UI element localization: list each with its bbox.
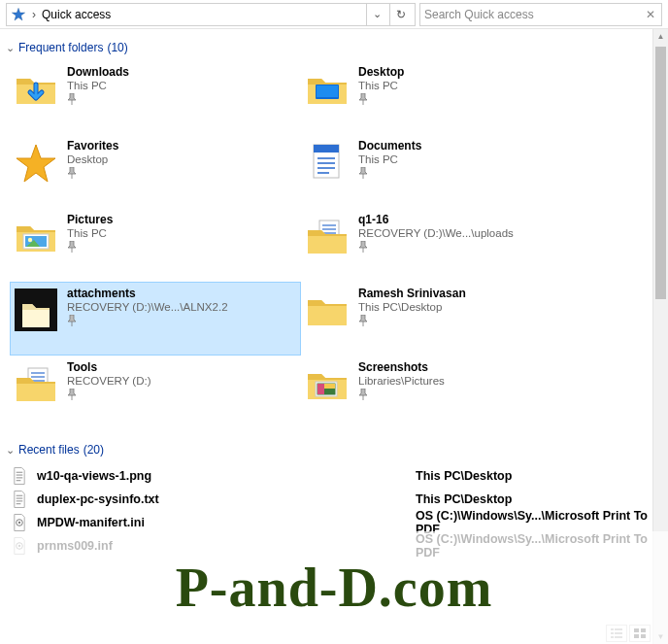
folder-text-group: Tools RECOVERY (D:) (67, 360, 150, 403)
folder-item-pictures[interactable]: Pictures This PC (10, 208, 301, 282)
folder-text-group: Documents This PC (358, 139, 421, 182)
group-title: Recent files (18, 443, 80, 457)
folder-path: RECOVERY (D:)\We...\ALNX2.2 (67, 301, 228, 313)
favorites-icon (13, 139, 59, 186)
folder-item-ramesh-srinivasan[interactable]: Ramesh Srinivasan This PC\Desktop (301, 282, 641, 356)
folder-name: Favorites (67, 139, 118, 153)
folder-text-group: Pictures This PC (67, 213, 113, 255)
content-pane: ⌄ Frequent folders (10) Downloads This P… (0, 29, 652, 644)
recent-file-row[interactable]: prnms009.inf OS (C:)\Windows\Sy...\Micro… (10, 534, 647, 558)
file-icon (10, 536, 29, 556)
pin-icon (358, 166, 421, 182)
pin-icon (67, 314, 228, 329)
svg-rect-10 (641, 634, 646, 638)
folder-text-group: Ramesh Srinivasan This PC\Desktop (358, 287, 466, 329)
file-icon (10, 490, 29, 509)
group-count: (20) (84, 443, 104, 457)
folder-docs-icon (13, 360, 59, 407)
view-mode-toggles (606, 625, 651, 642)
breadcrumb-separator-icon: › (30, 8, 38, 21)
folder-name: Desktop (358, 65, 404, 79)
file-name: w10-qa-views-1.png (37, 469, 151, 483)
folder-item-screenshots[interactable]: Screenshots Libraries\Pictures (301, 356, 641, 429)
file-location: OS (C:)\Windows\Sy...\Microsoft Print To… (416, 532, 648, 559)
refresh-icon: ↻ (396, 8, 406, 21)
folder-path: Desktop (67, 153, 118, 165)
folder-name: Pictures (67, 213, 113, 226)
recent-file-row[interactable]: MPDW-manifert.ini OS (C:)\Windows\Sy...\… (10, 511, 647, 534)
folder-name: q1-16 (358, 213, 514, 226)
folder-name: Documents (358, 139, 421, 153)
file-icon (10, 466, 29, 486)
folder-text-group: q1-16 RECOVERY (D:)\We...\uploads (358, 213, 514, 255)
file-name: MPDW-manifert.ini (37, 516, 145, 529)
search-placeholder: Search Quick access (424, 8, 640, 21)
breadcrumb-dropdown-button[interactable]: ⌄ (366, 4, 387, 25)
file-name: duplex-pc-sysinfo.txt (37, 492, 159, 506)
recent-file-row[interactable]: w10-qa-views-1.png This PC\Desktop (10, 464, 647, 488)
search-clear-icon[interactable]: ✕ (644, 8, 657, 21)
downloads-icon (13, 65, 59, 112)
folder-path: This PC (67, 227, 113, 239)
folder-name: Downloads (67, 65, 129, 79)
file-icon (10, 513, 29, 532)
group-header-frequent[interactable]: ⌄ Frequent folders (10) (6, 33, 647, 60)
svg-rect-7 (634, 628, 639, 632)
breadcrumb-text[interactable]: Quick access (42, 8, 111, 21)
folder-path: This PC\Desktop (358, 301, 466, 313)
folder-docs-icon (304, 213, 351, 259)
folder-text-group: Favorites Desktop (67, 139, 118, 182)
vertical-scrollbar[interactable] (652, 29, 668, 644)
documents-icon (304, 139, 351, 186)
pin-icon (358, 388, 445, 403)
quick-access-star-icon (11, 7, 26, 22)
group-count: (10) (107, 41, 127, 54)
folder-text-group: Screenshots Libraries\Pictures (358, 360, 445, 403)
pin-icon (67, 240, 113, 255)
svg-rect-9 (634, 634, 639, 638)
file-name: prnms009.inf (37, 539, 113, 553)
screenshots-icon (304, 360, 351, 407)
file-location: This PC\Desktop (416, 492, 512, 506)
recent-file-row[interactable]: duplex-pc-sysinfo.txt This PC\Desktop (10, 488, 647, 511)
pin-icon (67, 166, 118, 182)
scrollbar-thumb[interactable] (655, 47, 666, 299)
chevron-down-icon: ⌄ (6, 42, 15, 54)
folder-path: This PC (358, 80, 404, 91)
view-thumbnails-button[interactable] (629, 625, 651, 642)
folder-item-desktop[interactable]: Desktop This PC (301, 60, 641, 134)
attachments-icon (13, 287, 59, 333)
folder-path: RECOVERY (D:)\We...\uploads (358, 227, 514, 239)
pin-icon (358, 314, 466, 329)
address-bar[interactable]: › Quick access ⌄ ↻ (6, 3, 416, 26)
chevron-down-icon: ⌄ (373, 8, 382, 20)
group-header-recent[interactable]: ⌄ Recent files (20) (6, 429, 647, 462)
search-input[interactable]: Search Quick access ✕ (419, 3, 662, 26)
folder-path: Libraries\Pictures (358, 375, 445, 387)
view-details-button[interactable] (606, 625, 627, 642)
folder-name: attachments (67, 287, 228, 300)
pin-icon (67, 388, 150, 403)
folder-name: Screenshots (358, 360, 445, 374)
pin-icon (358, 92, 404, 108)
folder-name: Tools (67, 360, 150, 374)
folder-text-group: Downloads This PC (67, 65, 129, 108)
pin-icon (67, 92, 129, 108)
folder-name: Ramesh Srinivasan (358, 287, 466, 300)
pin-icon (358, 240, 514, 255)
folder-item-q1-16[interactable]: q1-16 RECOVERY (D:)\We...\uploads (301, 208, 641, 282)
folder-item-downloads[interactable]: Downloads This PC (10, 60, 301, 134)
folder-item-documents[interactable]: Documents This PC (301, 134, 641, 208)
folder-item-favorites[interactable]: Favorites Desktop (10, 134, 301, 208)
folder-path: RECOVERY (D:) (67, 375, 150, 387)
folder-path: This PC (67, 80, 129, 91)
pictures-icon (13, 213, 59, 259)
folder-item-tools[interactable]: Tools RECOVERY (D:) (10, 356, 301, 429)
refresh-button[interactable]: ↻ (389, 4, 411, 25)
folder-text-group: attachments RECOVERY (D:)\We...\ALNX2.2 (67, 287, 228, 329)
svg-rect-8 (641, 628, 646, 632)
file-location: This PC\Desktop (416, 469, 512, 483)
folder-item-attachments[interactable]: attachments RECOVERY (D:)\We...\ALNX2.2 (10, 282, 301, 356)
folder-text-group: Desktop This PC (358, 65, 404, 108)
svg-marker-0 (12, 8, 24, 20)
